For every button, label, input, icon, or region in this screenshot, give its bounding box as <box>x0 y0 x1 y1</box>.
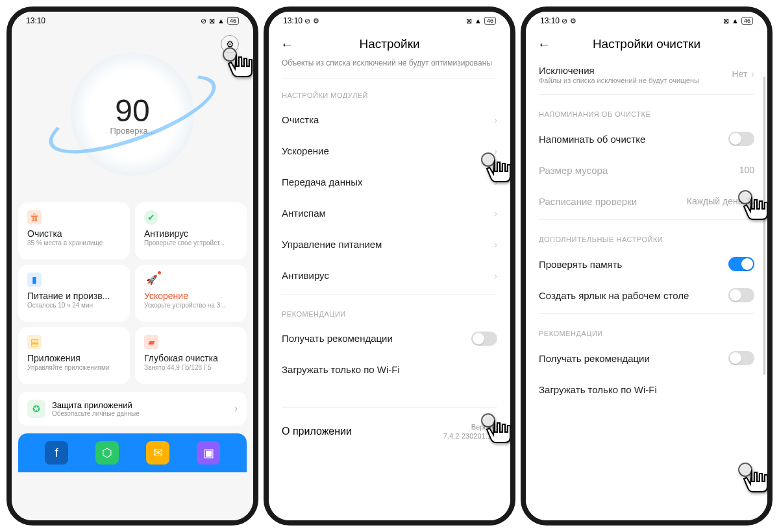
promo-row[interactable]: f ⬡ ✉ ▣ <box>18 433 247 472</box>
check-icon: ✔ <box>144 210 158 224</box>
score-value: 90 <box>115 93 149 128</box>
row-wifi-only[interactable]: Загружать только по Wi-Fi <box>539 374 754 405</box>
tile-sub: Проверьте свое устройст... <box>144 239 238 247</box>
scrollbar[interactable] <box>763 77 765 375</box>
tile-sub: 35 % места в хранилище <box>27 239 121 247</box>
toggle-remind[interactable] <box>728 132 754 146</box>
shield-icon: ✪ <box>27 400 45 418</box>
about-label: О приложении <box>282 426 352 437</box>
back-button[interactable]: ← <box>538 37 557 52</box>
tile-antivirus[interactable]: ✔ Антивирус Проверьте свое устройст... <box>135 202 247 260</box>
row-get-recs[interactable]: Получать рекомендации <box>282 323 497 354</box>
back-button[interactable]: ← <box>280 37 300 52</box>
row-schedule: Расписание проверкиКаждый день ⇅ <box>539 186 754 217</box>
statusbar: 13:10 ⊘ ⚙ ⊠ ▲ 46 <box>526 12 767 30</box>
trash-icon: 🗑 <box>27 210 42 224</box>
trash-size-value: 100 <box>739 165 754 175</box>
section-extra-label: ДОПОЛНИТЕЛЬНЫЕ НАСТРОЙКИ <box>539 223 754 248</box>
battery-indicator: 46 <box>227 17 239 25</box>
tile-deep-clean[interactable]: ▰ Глубокая очистка Занято 44,9 ГБ/128 ГБ <box>135 327 247 384</box>
tile-battery[interactable]: ▮ Питание и произв... Осталось 10 ч 24 м… <box>18 265 130 322</box>
dnd-icon: ⊘ <box>562 17 567 25</box>
phone-security-home: 13:10 ⊘ ⊠ ▲ 46 ⚙ 90 Проверка... 🗑 Очистк… <box>6 6 258 526</box>
tile-title: Приложения <box>27 353 121 363</box>
app-protection-banner[interactable]: ✪ Защита приложений Обезопасьте личные д… <box>18 392 247 426</box>
statusbar: 13:10 ⊘ ⚙ ⊠ ▲ 46 <box>269 12 510 30</box>
tile-sub: Ускорьте устройство на 3... <box>144 301 238 309</box>
chevron-right-icon: › <box>494 146 497 156</box>
banner-title: Защита приложений <box>52 400 228 410</box>
row-about[interactable]: О приложении Версия:7.4.2-230201.1.2 <box>282 411 497 448</box>
battery-icon: ▮ <box>27 272 42 287</box>
tile-title: Антивирус <box>144 228 238 239</box>
row-wifi-only[interactable]: Загружать только по Wi-Fi <box>282 354 497 385</box>
tile-title: Очистка <box>27 228 121 239</box>
promo-mail-icon[interactable]: ✉ <box>146 441 169 465</box>
status-time: 13:10 <box>283 16 303 25</box>
row-shortcut[interactable]: Создать ярлык на рабочем столе <box>539 280 754 311</box>
chevron-right-icon: › <box>494 271 497 281</box>
gear-icon: ⚙ <box>313 17 319 25</box>
schedule-value: Каждый день <box>687 196 743 206</box>
tile-sub: Занято 44,9 ГБ/128 ГБ <box>144 363 238 372</box>
dnd-icon: ⊘ <box>201 17 206 25</box>
promo-gallery-icon[interactable]: ▣ <box>197 441 220 465</box>
header: ← Настройки <box>269 30 510 58</box>
section-recs-label: РЕКОМЕНДАЦИИ <box>539 317 754 343</box>
tile-title: Питание и произв... <box>27 291 121 301</box>
briefcase-icon: ▰ <box>144 335 158 349</box>
tile-cleanup[interactable]: 🗑 Очистка 35 % места в хранилище <box>18 202 130 260</box>
promo-shield-icon[interactable]: ⬡ <box>95 441 119 465</box>
tile-title: Ускорение <box>144 291 238 301</box>
toggle-check-memory[interactable] <box>728 257 754 271</box>
row-exclusions[interactable]: Исключения Файлы из списка исключений не… <box>539 58 754 91</box>
row-trash-size: Размер мусора100 <box>539 154 754 186</box>
header: ← Настройки очистки <box>526 30 767 58</box>
chevron-right-icon: › <box>494 177 497 187</box>
phone-settings: 13:10 ⊘ ⚙ ⊠ ▲ 46 ← Настройки Объекты из … <box>264 6 515 526</box>
wifi-icon: ▲ <box>732 17 739 25</box>
dnd-icon: ⊘ <box>304 17 310 25</box>
chevron-right-icon: › <box>751 69 754 79</box>
status-time: 13:10 <box>26 16 45 25</box>
phone-cleanup-settings: 13:10 ⊘ ⚙ ⊠ ▲ 46 ← Настройки очистки Иск… <box>521 6 773 526</box>
tile-sub: Осталось 10 ч 24 мин <box>27 301 121 309</box>
battery-indicator: 46 <box>741 17 753 25</box>
page-title: Настройки <box>300 37 479 51</box>
feature-tiles: 🗑 Очистка 35 % места в хранилище ✔ Антив… <box>12 199 253 388</box>
section-recs-label: РЕКОМЕНДАЦИИ <box>282 297 497 323</box>
chevron-right-icon: › <box>494 115 497 125</box>
toggle-recs[interactable] <box>471 332 497 346</box>
row-data-transfer[interactable]: Передача данных› <box>282 167 497 198</box>
rocket-icon: 🚀 <box>144 272 158 287</box>
row-get-recs[interactable]: Получать рекомендации <box>539 343 754 374</box>
updown-icon: ⇅ <box>747 196 754 206</box>
chevron-right-icon: › <box>494 208 497 219</box>
status-time: 13:10 <box>540 16 560 25</box>
tile-apps[interactable]: ▤ Приложения Управляйте приложениями <box>18 327 130 384</box>
row-remind-cleanup[interactable]: Напоминать об очистке <box>539 123 754 154</box>
section-reminders-label: НАПОМИНАНИЯ ОБ ОЧИСТКЕ <box>539 97 754 123</box>
security-score-area[interactable]: 90 Проверка... <box>12 30 253 199</box>
row-check-memory[interactable]: Проверять память <box>539 248 754 280</box>
chevron-right-icon: › <box>494 239 497 250</box>
banner-sub: Обезопасьте личные данные <box>52 410 228 417</box>
toggle-recs[interactable] <box>728 351 754 365</box>
tile-boost[interactable]: 🚀 Ускорение Ускорьте устройство на 3... <box>135 265 247 322</box>
row-boost[interactable]: Ускорение› <box>282 136 497 167</box>
chevron-right-icon: › <box>234 403 238 415</box>
row-power[interactable]: Управление питанием› <box>282 229 497 260</box>
row-cleanup[interactable]: Очистка› <box>282 104 497 136</box>
statusbar: 13:10 ⊘ ⊠ ▲ 46 <box>12 12 253 30</box>
wifi-icon: ▲ <box>217 17 225 25</box>
score-label: Проверка... <box>110 126 155 136</box>
section-modules-label: НАСТРОЙКИ МОДУЛЕЙ <box>282 79 497 104</box>
toggle-shortcut[interactable] <box>728 288 754 302</box>
no-sim-icon: ⊠ <box>723 17 729 25</box>
row-antispam[interactable]: Антиспам› <box>282 198 497 229</box>
wifi-icon: ▲ <box>475 17 482 25</box>
row-antivirus[interactable]: Антивирус› <box>282 260 497 291</box>
page-title: Настройки очистки <box>557 37 736 51</box>
no-sim-icon: ⊠ <box>209 17 215 25</box>
promo-facebook-icon[interactable]: f <box>45 441 68 465</box>
